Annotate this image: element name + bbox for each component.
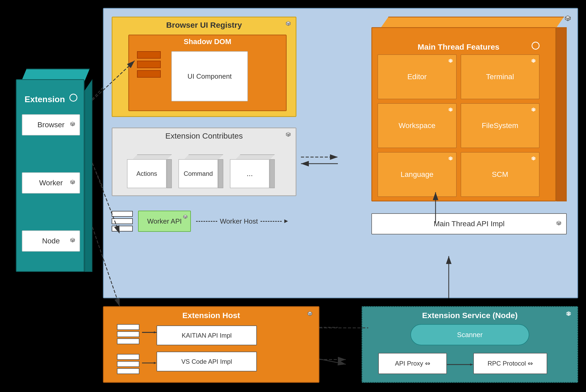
scm-cube-icon xyxy=(531,155,536,163)
mth-front-face: Main Thread Features Editor xyxy=(371,27,556,201)
stack-rect-2 xyxy=(137,61,161,68)
command-box-side xyxy=(218,159,223,188)
vscode-api-box: VS Code API Impl xyxy=(157,352,257,371)
main-thread-api-label: Main Thread API Impl xyxy=(434,220,505,228)
command-box-top xyxy=(184,154,223,160)
editor-label: Editor xyxy=(407,73,427,81)
filesystem-cube-icon xyxy=(531,106,536,114)
worker-api-box: Worker API xyxy=(138,211,191,232)
kaitian-arrow xyxy=(142,332,157,333)
ext-worker-cube-icon xyxy=(69,178,76,188)
mth-side-face xyxy=(556,27,567,201)
dots-box-side xyxy=(270,159,275,188)
ui-component-label: UI Component xyxy=(187,72,232,81)
svg-marker-78 xyxy=(154,331,157,333)
feature-workspace: Workspace xyxy=(377,103,457,148)
vscode-rect-3 xyxy=(117,368,139,374)
command-box-front: Command xyxy=(178,159,218,188)
ext-node-label: Node xyxy=(42,237,60,245)
ext-node-cube-icon xyxy=(69,237,76,246)
stack-rect-1 xyxy=(137,51,161,59)
feature-editor: Editor xyxy=(377,54,457,99)
actions-box-front: Actions xyxy=(127,159,167,188)
diagram-container: Extension Browser Worker xyxy=(0,0,586,392)
ext-host-title: Extension Host xyxy=(104,311,319,320)
api-impl-cube-icon xyxy=(555,220,562,228)
browser-ui-registry: Browser UI Registry Shadow DOM xyxy=(112,17,296,117)
workspace-cube-icon xyxy=(448,106,453,114)
ext-service-cube-icon xyxy=(565,310,572,318)
registry-cube-icon xyxy=(285,20,292,28)
main-thread-features: Main Thread Features Editor xyxy=(371,17,567,201)
scm-label: SCM xyxy=(492,170,508,179)
kaitian-api-label: KAITIAN API Impl xyxy=(182,332,231,339)
terminal-cube-icon xyxy=(531,57,536,65)
vscode-stack-icon xyxy=(117,354,139,374)
rpc-protocol-box: RPC Protocol ⇔ xyxy=(473,353,547,374)
contributes-cube-icon xyxy=(285,131,292,139)
ext-host-cube-icon xyxy=(306,310,313,318)
command-label: Command xyxy=(184,170,213,177)
worker-rect-2 xyxy=(112,218,133,224)
worker-api-area: Worker API Worker Host xyxy=(112,207,296,236)
kaitian-rect-2 xyxy=(117,331,139,337)
contrib-dots-box: ... xyxy=(230,154,270,189)
mth-title: Main Thread Features xyxy=(372,42,545,51)
ui-component-box: UI Component xyxy=(171,51,248,101)
worker-rect-1 xyxy=(112,211,133,217)
main-thread-api-impl: Main Thread API Impl xyxy=(371,213,567,234)
stack-rect-3 xyxy=(137,70,161,78)
vscode-rect-1 xyxy=(117,354,139,360)
ext-panel-front-face: Extension Browser Worker xyxy=(16,79,84,272)
api-proxy-box: API Proxy ⇔ xyxy=(378,353,447,374)
ext-worker-label: Worker xyxy=(39,179,63,187)
feature-filesystem: FileSystem xyxy=(461,103,540,148)
kaitian-api-box: KAITIAN API Impl xyxy=(157,325,257,345)
svg-line-11 xyxy=(319,359,346,364)
feature-terminal: Terminal xyxy=(461,54,540,99)
ext-host-panel: Extension Host KAITIAN API Impl xyxy=(103,306,319,383)
worker-host-arrow xyxy=(284,219,288,223)
worker-host-label: Worker Host xyxy=(220,217,258,225)
vscode-rect-2 xyxy=(117,361,139,367)
vscode-api-label: VS Code API Impl xyxy=(181,358,232,365)
feature-grid: Editor Terminal xyxy=(377,54,540,197)
ext-circle-icon xyxy=(69,94,77,102)
mth-circle-icon xyxy=(532,42,540,50)
api-proxy-label: API Proxy ⇔ xyxy=(395,360,430,367)
actions-box-side xyxy=(167,159,172,188)
worker-host-dashed-line xyxy=(196,221,217,222)
rpc-protocol-label: RPC Protocol ⇔ xyxy=(488,360,533,367)
ext-contributes-title: Extension Contributes xyxy=(112,131,296,140)
ext-panel-side-face xyxy=(84,79,92,272)
ext-browser-label: Browser xyxy=(37,121,65,129)
scanner-oval: Scanner xyxy=(410,324,529,345)
shadow-dom-title: Shadow DOM xyxy=(129,37,286,46)
feature-scm: SCM xyxy=(461,152,540,197)
actions-label: Actions xyxy=(136,170,157,177)
ext-item-browser: Browser xyxy=(22,114,80,135)
ext-service-title: Extension Service (Node) xyxy=(362,311,577,320)
scanner-label: Scanner xyxy=(457,331,483,339)
ext-item-node: Node xyxy=(22,230,80,252)
worker-stack-icon xyxy=(112,211,133,232)
svg-marker-86 xyxy=(470,363,473,366)
extension-panel: Extension Browser Worker xyxy=(16,69,92,275)
kaitian-rect-3 xyxy=(117,338,139,344)
worker-api-cube xyxy=(182,213,188,221)
shadow-dom-box: Shadow DOM UI Component xyxy=(128,35,287,111)
contrib-command-box: Command xyxy=(178,154,218,189)
kaitian-stack-icon xyxy=(117,324,139,344)
ext-service-panel: Extension Service (Node) Scanner API Pro… xyxy=(362,306,578,383)
ext-browser-cube-icon xyxy=(69,120,76,130)
registry-title: Browser UI Registry xyxy=(112,21,296,30)
svg-marker-80 xyxy=(154,362,157,364)
dots-label: ... xyxy=(247,169,253,178)
worker-rect-3 xyxy=(112,226,133,232)
worker-host-section: Worker Host xyxy=(196,217,288,225)
editor-cube-icon xyxy=(448,57,453,65)
worker-api-label: Worker API xyxy=(147,217,182,225)
dots-box-front: ... xyxy=(230,159,270,188)
shadow-dom-stack-icon xyxy=(137,51,161,78)
svg-marker-44 xyxy=(284,219,288,223)
